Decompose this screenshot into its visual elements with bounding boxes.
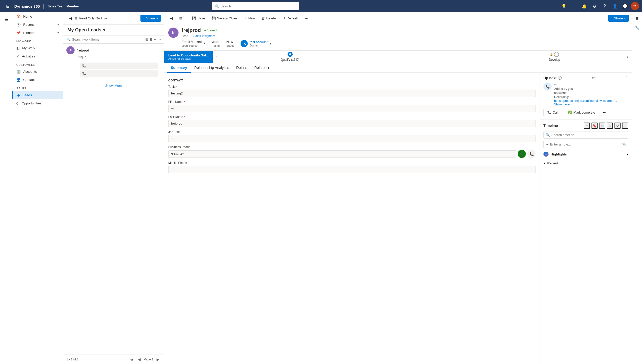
stage-step-qualify[interactable]: Qualify (16 D) — [224, 52, 356, 62]
show-more-link-upnext[interactable]: Show more — [554, 103, 628, 106]
save-button[interactable]: 💾 Save — [189, 15, 208, 22]
job-title-label: Job Title — [168, 130, 536, 134]
settings-icon[interactable]: ⚙ — [590, 2, 599, 11]
view-selector[interactable]: ⊞ Read Only Grid — [75, 16, 102, 20]
back-button[interactable]: ◀ — [66, 15, 75, 22]
search-input[interactable] — [220, 4, 296, 8]
lead-source-field: Email Marketing Lead Source — [182, 40, 205, 47]
record-expand-button[interactable]: ⊡ — [176, 15, 185, 22]
list-title[interactable]: My Open Leads ▾ — [67, 27, 105, 33]
delete-button[interactable]: 🗑 Delete — [259, 15, 279, 22]
sidebar-item-my-work-label: My Work — [22, 46, 35, 50]
timeline-refresh-button[interactable]: ↺ — [614, 123, 621, 129]
timeline-list-button[interactable]: ≡ — [607, 123, 613, 129]
job-title-input[interactable] — [168, 135, 536, 142]
lightbulb-icon[interactable]: 💡 — [559, 2, 568, 11]
up-next-info-icon[interactable]: i — [558, 76, 562, 80]
recent-section-header[interactable]: ▾ Recent — [543, 160, 628, 167]
stage-back-button[interactable]: ‹ — [213, 51, 221, 63]
share-record-button[interactable]: ↑ Share ▾ — [608, 15, 629, 22]
list-item-phone-action-1[interactable]: 📞 — [80, 63, 158, 69]
topic-input[interactable] — [168, 90, 536, 97]
stage-step-develop[interactable]: 🔒 Develop — [488, 52, 621, 62]
sidebar-item-opportunities[interactable]: ◇ Opportunities — [12, 99, 63, 107]
call-action-label: Call — [553, 111, 558, 114]
user-avatar[interactable]: ta — [631, 2, 639, 10]
app-role: Sales Team Member — [47, 4, 79, 8]
more-actions-button[interactable]: ⋯ — [302, 15, 311, 22]
owner-area[interactable]: TA test account Owner ▾ — [241, 40, 271, 47]
timeline-more-button[interactable]: ⋯ — [622, 123, 628, 129]
list-view-icon[interactable]: ≡ — [154, 38, 156, 41]
timeline-search[interactable]: 🔍 — [543, 131, 628, 139]
global-search-box[interactable]: 🔍 — [212, 2, 299, 10]
first-page-button[interactable]: ⏮ — [128, 357, 135, 362]
timeline-search-input[interactable] — [551, 133, 626, 137]
call-button-gray[interactable]: 📞 — [527, 150, 536, 158]
share-list-button[interactable]: ↑ Share ▾ — [140, 15, 161, 22]
sidebar-item-home[interactable]: 🏠 Home — [12, 12, 63, 20]
next-page-button[interactable]: ▶ — [155, 357, 161, 362]
first-name-input[interactable] — [168, 105, 536, 112]
business-phone-input[interactable] — [168, 150, 516, 158]
notification-icon[interactable]: 🔔 — [580, 2, 589, 11]
persona-icon[interactable]: 👤 — [610, 2, 620, 11]
stage-active: Lead to Opportunity Sal... Active for 16… — [164, 51, 213, 63]
waffle-icon[interactable]: ⊞ — [3, 2, 12, 11]
timeline-add-button[interactable]: ＋ — [584, 123, 590, 129]
sidebar-item-contacts[interactable]: 👤 Contacts — [12, 76, 63, 84]
up-next-refresh-button[interactable]: ↺ — [592, 76, 595, 80]
call-button-green[interactable]: 📞 — [518, 150, 526, 158]
list-footer: 1 - 1 of 1 ⏮ ◀ Page 1 ▶ — [63, 355, 164, 364]
add-icon[interactable]: ＋ — [569, 2, 579, 11]
list-item-phone-action-2[interactable]: 📞 — [80, 70, 158, 77]
tab-details[interactable]: Details — [233, 63, 251, 73]
timeline-attach-icon[interactable]: 📎 — [622, 142, 626, 146]
save-close-button[interactable]: 💾 Save & Close — [209, 15, 240, 22]
hamburger-menu-icon[interactable]: ☰ — [1, 14, 11, 25]
list-sort-icon[interactable]: ⇅ — [150, 38, 152, 41]
list-search-input[interactable] — [72, 38, 144, 41]
new-button[interactable]: ＋ New — [241, 14, 258, 22]
right-bar-icon-1[interactable]: ⊞ — [633, 14, 641, 22]
mobile-phone-input[interactable] — [168, 166, 536, 173]
list-more-icon[interactable]: ⋯ — [158, 38, 161, 41]
view-options-button[interactable]: ⋯ — [102, 15, 109, 21]
timeline-bookmark-button[interactable]: 🔖 — [591, 123, 598, 129]
mark-complete-button[interactable]: ✅ Mark complete — [564, 109, 599, 116]
sidebar-item-recent-label: Recent — [23, 23, 34, 27]
sidebar-item-leads[interactable]: ◈ Leads — [12, 91, 63, 99]
up-next-more-button[interactable]: ⋯ — [601, 109, 608, 116]
sidebar-item-my-work[interactable]: ◧ My Work — [12, 44, 63, 52]
call-action-button[interactable]: 📞 Call — [543, 109, 562, 116]
sidebar-item-accounts[interactable]: 🏢 Accounts — [12, 67, 63, 76]
tab-summary[interactable]: Summary — [167, 63, 191, 73]
tab-related[interactable]: Related ▾ — [251, 63, 273, 73]
list-item[interactable]: F frejprod • frejun 📞 📞 — [63, 44, 164, 81]
timeline-note-input[interactable] — [550, 142, 620, 146]
sidebar-item-pinned[interactable]: 📌 Pinned ▾ — [12, 29, 63, 37]
chat-icon[interactable]: 💬 — [621, 2, 630, 11]
right-bar-icon-2[interactable]: 🔧 — [633, 23, 641, 32]
stage-forward-button[interactable]: › — [624, 51, 632, 63]
sidebar-item-recent[interactable]: 🕐 Recent ▾ — [12, 20, 63, 29]
up-next-recording-link[interactable]: https://product.frejun.com/interviews/sh… — [554, 99, 628, 103]
tab-relationship[interactable]: Relationship Analytics — [191, 63, 233, 73]
timeline-note-area[interactable]: ✏ 📎 — [543, 141, 628, 148]
up-next-title: Up next i — [543, 76, 562, 80]
recording-url[interactable]: https://product.frejun.com/interviews/sh… — [554, 99, 617, 103]
sales-insights-link[interactable]: Sales Insights ▾ — [193, 34, 215, 38]
last-name-label: Last Name * — [168, 115, 536, 119]
highlights-section-header[interactable]: ✦ Highlights ▾ — [543, 150, 628, 158]
refresh-button[interactable]: ↺ Refresh — [280, 15, 301, 22]
record-back-button[interactable]: ◀ — [167, 15, 175, 22]
timeline-filter-button[interactable]: ⊟ — [599, 123, 605, 129]
show-more-link[interactable]: Show More — [63, 81, 164, 90]
prev-page-button[interactable]: ◀ — [136, 357, 142, 362]
list-filter-icon[interactable]: ⊟ — [145, 38, 148, 41]
help-icon[interactable]: ? — [600, 2, 609, 11]
sidebar-item-activities[interactable]: ✓ Activities — [12, 52, 63, 60]
last-name-input[interactable] — [168, 120, 536, 127]
my-work-section-header: My Work — [12, 37, 63, 44]
up-next-collapse-button[interactable]: ⌃ — [625, 76, 628, 80]
